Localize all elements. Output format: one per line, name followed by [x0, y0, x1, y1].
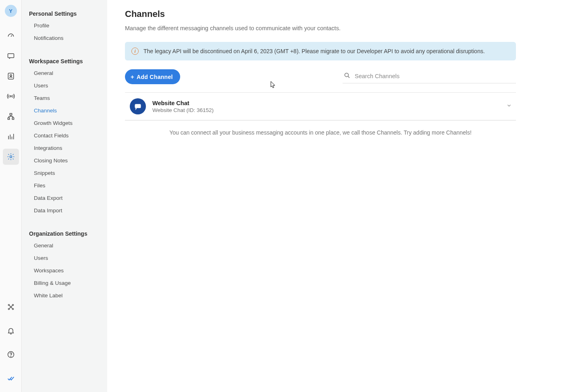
channel-name: Website Chat	[152, 100, 214, 106]
sidebar-item-contact-fields[interactable]: Contact Fields	[22, 129, 107, 142]
main-content: Channels Manage the different messaging …	[107, 0, 578, 392]
nodes-icon	[7, 303, 15, 311]
nav-contacts[interactable]	[3, 68, 19, 84]
sidebar-item-users[interactable]: Users	[22, 79, 107, 92]
sidebar-item-users[interactable]: Users	[22, 252, 107, 264]
bar-chart-icon	[7, 133, 15, 141]
svg-point-14	[10, 356, 11, 357]
nav-apps[interactable]	[3, 299, 19, 315]
section-org-title: Organization Settings	[22, 227, 107, 239]
svg-point-2	[10, 75, 11, 76]
svg-point-17	[136, 106, 137, 106]
svg-point-12	[10, 306, 11, 307]
svg-point-10	[8, 308, 9, 309]
sidebar-item-white-label[interactable]: White Label	[22, 289, 107, 302]
sitemap-icon	[7, 112, 15, 120]
nav-broadcast[interactable]	[3, 88, 19, 104]
svg-rect-0	[8, 54, 14, 58]
nav-workflow[interactable]	[3, 108, 19, 124]
sidebar-item-data-import[interactable]: Data Import	[22, 204, 107, 217]
info-icon: i	[131, 48, 139, 55]
svg-point-7	[10, 156, 12, 158]
check-icon	[7, 374, 15, 382]
chat-icon	[7, 52, 15, 60]
sidebar-item-channels[interactable]: Channels	[22, 104, 107, 117]
page-subtitle: Manage the different messaging channels …	[125, 25, 516, 31]
sidebar-item-teams[interactable]: Teams	[22, 92, 107, 104]
svg-point-18	[137, 106, 138, 106]
nav-reports[interactable]	[3, 129, 19, 145]
gear-icon	[7, 153, 15, 161]
sidebar-item-billing-usage[interactable]: Billing & Usage	[22, 277, 107, 289]
sidebar-item-profile[interactable]: Profile	[22, 19, 107, 32]
nav-settings[interactable]	[3, 149, 19, 165]
sidebar-item-integrations[interactable]: Integrations	[22, 142, 107, 154]
svg-point-11	[12, 308, 13, 309]
contact-icon	[7, 72, 15, 80]
section-workspace-title: Workspace Settings	[22, 55, 107, 67]
add-channel-label: Add Channel	[137, 74, 173, 80]
svg-point-8	[8, 304, 9, 305]
sidebar-item-notifications[interactable]: Notifications	[22, 32, 107, 44]
add-channel-button[interactable]: + Add Channel	[125, 69, 180, 84]
info-banner: i The legacy API will be discontinued on…	[125, 42, 516, 60]
nav-dashboard[interactable]	[3, 28, 19, 44]
plus-icon: +	[131, 73, 134, 80]
channel-row[interactable]: Website ChatWebsite Chat (ID: 36152)	[125, 93, 516, 120]
search-input[interactable]	[355, 73, 515, 79]
sidebar-item-files[interactable]: Files	[22, 179, 107, 192]
sidebar-item-workspaces[interactable]: Workspaces	[22, 264, 107, 277]
nav-brand[interactable]	[3, 370, 19, 386]
svg-rect-6	[12, 118, 14, 119]
sidebar-item-snippets[interactable]: Snippets	[22, 167, 107, 179]
bell-icon	[7, 327, 15, 335]
page-title: Channels	[125, 9, 516, 19]
help-icon	[7, 351, 15, 359]
banner-text: The legacy API will be discontinued on A…	[143, 48, 485, 54]
nav-messages[interactable]	[3, 48, 19, 64]
svg-point-19	[139, 106, 139, 106]
settings-sidebar: Personal Settings ProfileNotifications W…	[22, 0, 107, 392]
svg-rect-4	[10, 114, 12, 115]
section-personal-title: Personal Settings	[22, 7, 107, 19]
footer-hint: You can connect all your business messag…	[125, 129, 516, 136]
icon-rail: Y	[0, 0, 22, 392]
sidebar-item-closing-notes[interactable]: Closing Notes	[22, 154, 107, 167]
nav-notifications[interactable]	[3, 323, 19, 339]
sidebar-item-data-export[interactable]: Data Export	[22, 192, 107, 204]
channel-subtitle: Website Chat (ID: 36152)	[152, 107, 214, 113]
search-icon	[343, 72, 351, 81]
svg-rect-5	[8, 118, 9, 119]
search-wrap	[343, 70, 516, 83]
nav-help[interactable]	[3, 346, 19, 363]
channel-type-icon	[130, 98, 146, 114]
broadcast-icon	[7, 92, 15, 100]
gauge-icon	[7, 32, 15, 40]
sidebar-item-general[interactable]: General	[22, 67, 107, 79]
sidebar-item-growth-widgets[interactable]: Growth Widgets	[22, 117, 107, 129]
chevron-down-icon[interactable]	[506, 103, 514, 110]
avatar[interactable]: Y	[5, 5, 17, 17]
sidebar-item-general[interactable]: General	[22, 239, 107, 252]
svg-point-15	[345, 73, 348, 77]
svg-point-3	[10, 95, 11, 97]
svg-point-9	[12, 304, 13, 305]
